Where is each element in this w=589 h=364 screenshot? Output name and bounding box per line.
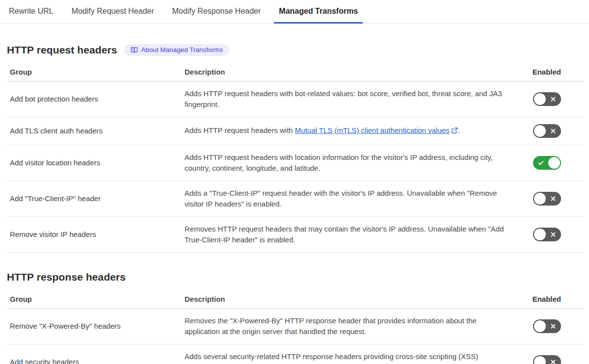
- toggle-add-bot-protection-headers[interactable]: [533, 92, 561, 106]
- badge-label: About Managed Transforms: [141, 47, 223, 53]
- x-icon: [550, 231, 557, 238]
- description-cell: Removes the "X-Powered-By" HTTP response…: [182, 309, 510, 344]
- tab-modify-request-header[interactable]: Modify Request Header: [67, 0, 159, 24]
- about-managed-transforms-badge[interactable]: About Managed Transforms: [124, 44, 230, 56]
- toggle-knob: [534, 356, 546, 364]
- group-cell: Add "True-Client-IP" header: [7, 186, 182, 211]
- description-text: .: [458, 126, 460, 134]
- description-text: Adds HTTP request headers with: [185, 126, 295, 134]
- x-icon: [550, 96, 557, 103]
- table-row: Remove "X-Powered-By" headers Removes th…: [7, 309, 584, 344]
- group-cell: Remove "X-Powered-By" headers: [7, 314, 182, 338]
- toggle-knob: [534, 229, 546, 240]
- toggle-knob: [534, 125, 546, 137]
- toggle-knob: [548, 157, 560, 169]
- external-link-icon[interactable]: [451, 126, 458, 137]
- tab-modify-response-header[interactable]: Modify Response Header: [167, 0, 266, 24]
- description-cell: Removes HTTP request headers that may co…: [182, 217, 510, 252]
- toggle-remove-visitor-ip-headers[interactable]: [533, 228, 561, 241]
- table-row: Add TLS client auth headers Adds HTTP re…: [7, 117, 584, 145]
- toggle-knob: [534, 193, 546, 205]
- x-icon: [550, 195, 557, 202]
- table-header-row: Group Description Enabled: [7, 65, 584, 81]
- tab-rewrite-url[interactable]: Rewrite URL: [4, 0, 58, 24]
- description-cell: Adds HTTP request headers with bot-relat…: [182, 81, 510, 117]
- book-icon: [131, 47, 138, 53]
- x-icon: [550, 359, 557, 364]
- response-headers-table: Group Description Enabled Remove "X-Powe…: [7, 292, 584, 364]
- check-icon: [537, 159, 544, 166]
- description-cell: Adds a "True-Client-IP" request header w…: [182, 181, 510, 216]
- description-cell: Adds HTTP request headers with Mutual TL…: [182, 118, 510, 144]
- group-cell: Add security headers: [7, 350, 182, 364]
- column-header-enabled: Enabled: [510, 65, 584, 81]
- request-headers-section: HTTP request headers About Managed Trans…: [7, 44, 584, 253]
- toggle-knob: [534, 320, 546, 332]
- toggle-knob: [534, 93, 546, 105]
- response-section-title: HTTP response headers: [7, 271, 126, 283]
- description-cell: Adds several security-related HTTP respo…: [182, 344, 510, 364]
- table-row: Remove visitor IP headers Removes HTTP r…: [7, 217, 584, 253]
- request-headers-table: Group Description Enabled Add bot protec…: [7, 65, 584, 253]
- response-headers-section: HTTP response headers Group Description …: [7, 271, 584, 364]
- x-icon: [550, 128, 557, 134]
- toggle-add-tls-client-auth-headers[interactable]: [533, 124, 561, 138]
- table-row: Add security headers Adds several securi…: [7, 344, 584, 364]
- group-cell: Add TLS client auth headers: [7, 119, 182, 143]
- x-icon: [550, 323, 557, 330]
- toggle-add-true-client-ip-header[interactable]: [533, 192, 561, 206]
- toggle-add-visitor-location-headers[interactable]: [533, 156, 561, 170]
- table-header-row: Group Description Enabled: [7, 292, 584, 309]
- column-header-enabled: Enabled: [510, 292, 584, 308]
- group-cell: Remove visitor IP headers: [7, 222, 182, 247]
- table-row: Add "True-Client-IP" header Adds a "True…: [7, 181, 584, 217]
- column-header-group: Group: [7, 65, 182, 81]
- toggle-remove-x-powered-by-headers[interactable]: [533, 319, 561, 333]
- column-header-group: Group: [7, 292, 182, 308]
- tab-managed-transforms[interactable]: Managed Transforms: [274, 0, 363, 24]
- mtls-values-link[interactable]: Mutual TLS (mTLS) client authentication …: [295, 126, 450, 134]
- column-header-description: Description: [182, 65, 510, 81]
- toggle-add-security-headers[interactable]: [533, 355, 561, 364]
- table-row: Add visitor location headers Adds HTTP r…: [7, 145, 584, 181]
- column-header-description: Description: [182, 292, 510, 308]
- group-cell: Add visitor location headers: [7, 151, 182, 175]
- group-cell: Add bot protection headers: [7, 87, 182, 111]
- request-section-title: HTTP request headers: [7, 44, 117, 56]
- description-cell: Adds HTTP request headers with location …: [182, 145, 510, 181]
- table-row: Add bot protection headers Adds HTTP req…: [7, 81, 584, 117]
- tab-bar: Rewrite URL Modify Request Header Modify…: [0, 0, 589, 24]
